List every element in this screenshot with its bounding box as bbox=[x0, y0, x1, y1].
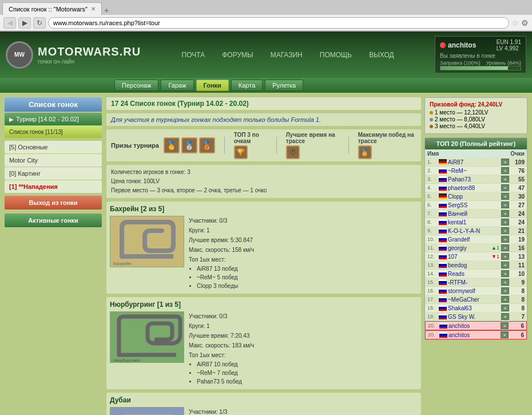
top20-icon-1[interactable]: ≡ bbox=[501, 167, 509, 174]
top20-icon-19[interactable]: ≡ bbox=[501, 322, 509, 329]
active-races-btn[interactable]: Активные гонки bbox=[5, 214, 102, 227]
prizes-row: Призы турнира 🥇 🥈 🥉 ТОП 3 по очкам 🏆 Луч… bbox=[106, 129, 421, 161]
top20-name-1[interactable]: ~ReM~ bbox=[448, 168, 490, 174]
sidebar-item-motorcity[interactable]: Motor City bbox=[5, 154, 102, 167]
active-tab[interactable]: Список гонок :: "Motorwars" ✕ bbox=[2, 2, 102, 15]
top20-flag-11 bbox=[439, 254, 447, 259]
page-header: 17 24 Список гонок (Турнир 14.02 - 20.02… bbox=[106, 97, 421, 110]
top20-name-3[interactable]: phaeton88 bbox=[448, 185, 490, 191]
top20-name-0[interactable]: AiR87 bbox=[448, 159, 490, 165]
nav-shop[interactable]: МАГАЗИН bbox=[263, 48, 311, 62]
top20-name-10[interactable]: georgiy bbox=[448, 245, 490, 251]
top20-icon-15[interactable]: ≡ bbox=[501, 287, 509, 294]
refresh-btn[interactable]: ↻ bbox=[33, 17, 46, 29]
dubai-title[interactable]: Дубаи bbox=[110, 396, 418, 404]
top20-name-7[interactable]: kental1 bbox=[448, 219, 490, 226]
prize-fund-3rd: 3 место — 4,040LV bbox=[430, 123, 522, 129]
top20-icon-0[interactable]: ≡ bbox=[501, 159, 509, 165]
nav-forums[interactable]: ФОРУМЫ bbox=[214, 48, 261, 62]
exit-race-btn[interactable]: Выход из гонки bbox=[5, 196, 102, 210]
top20-icon-5[interactable]: ≡ bbox=[501, 201, 509, 208]
sub-nav-karta[interactable]: Карта bbox=[231, 80, 263, 91]
top20-name-6[interactable]: Ванчей bbox=[448, 211, 490, 217]
browser-chrome: Список гонок :: "Motorwars" ✕ + ◀ ▶ ↻ ☆ … bbox=[0, 0, 532, 31]
top20-pts-1: 76 bbox=[510, 168, 525, 174]
nurburgring-top-list: AiR87 10 побед ~ReM~ 7 побед Pahan73 5 п… bbox=[189, 360, 418, 386]
bahrain-track-image[interactable]: Бахрейн bbox=[110, 216, 184, 267]
sidebar-item-karting[interactable]: [0] Картинг bbox=[5, 167, 102, 180]
top20-icon-13[interactable]: ≡ bbox=[501, 270, 509, 277]
url-input[interactable] bbox=[48, 17, 509, 29]
nurburgring-laps: Круги: 1 bbox=[189, 321, 418, 331]
top20-icon-7[interactable]: ≡ bbox=[501, 219, 509, 226]
back-btn[interactable]: ◀ bbox=[3, 17, 16, 29]
prize-dot-silver bbox=[430, 118, 433, 121]
top20-name-18[interactable]: GS Sky W. bbox=[448, 314, 490, 320]
top20-icon-12[interactable]: ≡ bbox=[501, 262, 509, 268]
top20-icon-11[interactable]: ≡ bbox=[501, 253, 509, 260]
top20-name-15[interactable]: stormywolf bbox=[448, 288, 490, 294]
sub-nav-personazh[interactable]: Персонаж bbox=[114, 80, 158, 91]
top20-header: Имя Очки bbox=[425, 149, 527, 158]
top20-pts-8: 21 bbox=[510, 228, 525, 234]
nurburgring-track-image[interactable]: Нюрбургринг bbox=[110, 311, 184, 363]
new-tab-btn[interactable]: + bbox=[102, 6, 111, 15]
top20-pts-0: 109 bbox=[510, 159, 525, 165]
top20-name-12[interactable]: beedog bbox=[448, 262, 490, 268]
top20-icon-17[interactable]: ≡ bbox=[501, 305, 509, 311]
top20-name-14[interactable]: -RTFM- bbox=[448, 279, 490, 286]
top20-row-17: 18. Shakal63 ≡ 8 bbox=[425, 304, 527, 313]
nav-help[interactable]: ПОМОЩЬ bbox=[312, 48, 360, 62]
sub-nav-garazh[interactable]: Гараж bbox=[161, 80, 193, 91]
prize-2nd-label: 2 место — 8,080LV bbox=[435, 116, 485, 122]
sidebar-item-attacks[interactable]: [1] **Нападения bbox=[5, 180, 102, 193]
bahrain-participants: Участники: 0/3 bbox=[189, 216, 418, 226]
top20-icon-9[interactable]: ≡ bbox=[501, 236, 509, 243]
bahrain-title[interactable]: Бахрейн [2 из 5] bbox=[110, 205, 418, 213]
top20-flag-17 bbox=[439, 305, 447, 311]
sidebar-item-tournament[interactable]: ▶ Турнир [14.02 - 20.02] bbox=[5, 113, 102, 125]
top20-icon-16[interactable]: ≡ bbox=[501, 296, 509, 303]
top20-icon-2[interactable]: ≡ bbox=[501, 176, 509, 183]
top20-name-9[interactable]: Grandelf bbox=[448, 236, 490, 243]
top20-icon-10[interactable]: ≡ bbox=[501, 244, 509, 251]
top20-icon-18[interactable]: ≡ bbox=[501, 313, 509, 320]
nav-pochta[interactable]: ПОЧТА bbox=[174, 48, 213, 62]
top20-num-4: 5. bbox=[427, 193, 439, 199]
top20-name-4[interactable]: Clopp bbox=[448, 193, 490, 200]
sidebar-item-racelist[interactable]: Список гонок [11/13] bbox=[5, 126, 102, 138]
top20-name-2[interactable]: Pahan73 bbox=[448, 176, 490, 183]
top20-icon-4[interactable]: ≡ bbox=[501, 193, 509, 200]
top20-icon-8[interactable]: ≡ bbox=[501, 227, 509, 234]
top20-name-20[interactable]: anchitos bbox=[448, 332, 489, 338]
bookmark-icon[interactable]: ☆ bbox=[511, 18, 519, 27]
top20-icon-14[interactable]: ≡ bbox=[501, 279, 509, 286]
top20-name-17[interactable]: Shakal63 bbox=[448, 305, 490, 311]
tools-icon[interactable]: ⚙ bbox=[521, 18, 529, 27]
top20-icon-20[interactable]: ≡ bbox=[501, 331, 509, 338]
forward-btn[interactable]: ▶ bbox=[18, 17, 31, 29]
nurburgring-title[interactable]: Нюрбургринг [1 из 5] bbox=[110, 301, 418, 309]
sidebar-item-basic[interactable]: [5] Основные bbox=[5, 141, 102, 153]
top20-name-19[interactable]: anchitos bbox=[448, 323, 489, 329]
top20-row-10: 11. georgiy ▲1 ≡ 16 bbox=[425, 244, 527, 252]
prize-divider-3 bbox=[348, 137, 349, 154]
sub-nav-gonki[interactable]: Гонки bbox=[196, 80, 229, 91]
top20-icon-6[interactable]: ≡ bbox=[501, 210, 509, 217]
top20-name-8[interactable]: K-O-L-Y-A-N bbox=[448, 228, 490, 234]
top20-row-4: 5. Clopp ≡ 30 bbox=[425, 192, 527, 201]
sub-nav-ruletka[interactable]: Рулетка bbox=[265, 80, 303, 91]
top20-num-8: 9. bbox=[427, 228, 439, 234]
top20-name-16[interactable]: ~MeGaCher bbox=[448, 297, 490, 303]
dubai-track-image[interactable]: Дубаи bbox=[110, 407, 184, 415]
top20-row-7: 8. kental1 ≡ 24 bbox=[425, 218, 527, 227]
top20-icon-3[interactable]: ≡ bbox=[501, 184, 509, 191]
top20-name-5[interactable]: SergSS bbox=[448, 202, 490, 208]
nav-exit[interactable]: ВЫХОД bbox=[361, 48, 402, 62]
progress-bar-outer bbox=[440, 66, 521, 70]
nurburgring-info: Участники: 0/3 Круги: 1 Лучшее время: 7:… bbox=[189, 311, 418, 386]
top20-name-13[interactable]: Reads bbox=[448, 271, 490, 277]
top20-flag-6 bbox=[439, 211, 447, 216]
tab-close-btn[interactable]: ✕ bbox=[91, 6, 96, 12]
top20-name-11[interactable]: 107 bbox=[448, 254, 490, 260]
